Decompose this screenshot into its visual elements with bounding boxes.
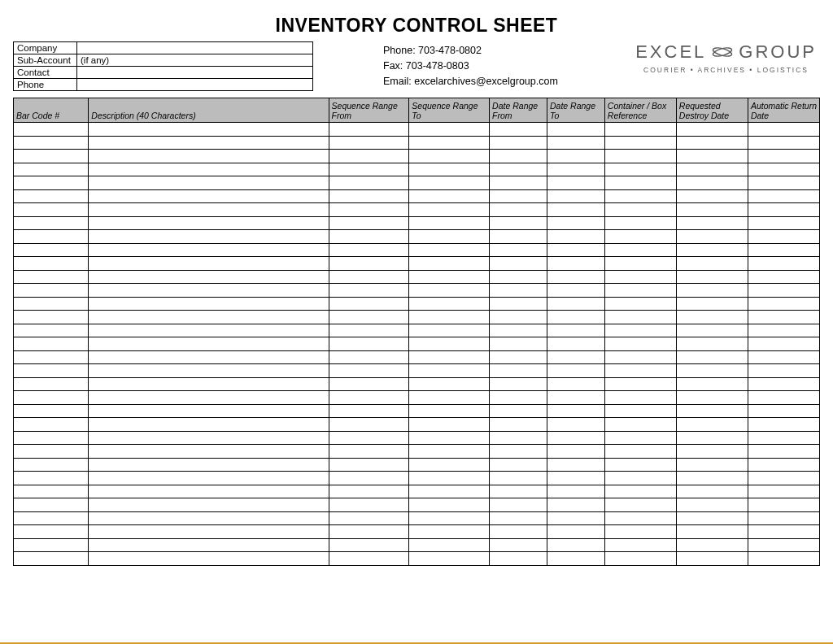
table-cell[interactable]: [329, 123, 409, 137]
table-row[interactable]: [14, 311, 820, 324]
table-cell[interactable]: [409, 391, 490, 405]
table-cell[interactable]: [604, 431, 676, 445]
table-cell[interactable]: [604, 538, 676, 552]
table-cell[interactable]: [547, 485, 604, 498]
table-cell[interactable]: [604, 163, 676, 176]
table-cell[interactable]: [490, 485, 547, 498]
table-cell[interactable]: [329, 284, 409, 298]
table-cell[interactable]: [14, 538, 89, 552]
table-cell[interactable]: [547, 270, 604, 284]
table-cell[interactable]: [748, 391, 819, 405]
table-cell[interactable]: [676, 297, 748, 311]
table-cell[interactable]: [89, 150, 329, 163]
table-cell[interactable]: [676, 458, 748, 472]
table-cell[interactable]: [409, 243, 490, 257]
table-cell[interactable]: [748, 498, 819, 512]
table-cell[interactable]: [14, 498, 89, 512]
table-cell[interactable]: [676, 163, 748, 176]
table-cell[interactable]: [748, 150, 819, 163]
table-cell[interactable]: [676, 364, 748, 378]
table-row[interactable]: [14, 472, 820, 485]
table-cell[interactable]: [547, 284, 604, 298]
table-cell[interactable]: [89, 364, 329, 378]
table-cell[interactable]: [604, 284, 676, 298]
table-cell[interactable]: [748, 377, 819, 391]
table-cell[interactable]: [490, 525, 547, 539]
table-cell[interactable]: [604, 445, 676, 459]
table-cell[interactable]: [490, 404, 547, 418]
table-cell[interactable]: [604, 511, 676, 525]
table-cell[interactable]: [604, 324, 676, 337]
table-cell[interactable]: [604, 377, 676, 391]
table-cell[interactable]: [89, 230, 329, 244]
table-cell[interactable]: [604, 485, 676, 498]
table-cell[interactable]: [409, 404, 490, 418]
table-cell[interactable]: [547, 445, 604, 459]
table-cell[interactable]: [547, 458, 604, 472]
table-cell[interactable]: [676, 498, 748, 512]
table-cell[interactable]: [490, 364, 547, 378]
table-row[interactable]: [14, 485, 820, 498]
table-cell[interactable]: [490, 284, 547, 298]
table-cell[interactable]: [748, 203, 819, 217]
table-cell[interactable]: [547, 216, 604, 230]
table-cell[interactable]: [14, 311, 89, 324]
table-cell[interactable]: [676, 377, 748, 391]
subaccount-field[interactable]: (if any): [77, 54, 313, 67]
table-cell[interactable]: [748, 189, 819, 203]
table-cell[interactable]: [329, 377, 409, 391]
table-row[interactable]: [14, 270, 820, 284]
table-cell[interactable]: [604, 391, 676, 405]
table-cell[interactable]: [490, 189, 547, 203]
table-cell[interactable]: [329, 297, 409, 311]
table-row[interactable]: [14, 216, 820, 230]
table-cell[interactable]: [547, 163, 604, 176]
table-cell[interactable]: [329, 418, 409, 432]
table-cell[interactable]: [604, 270, 676, 284]
table-cell[interactable]: [748, 311, 819, 324]
table-cell[interactable]: [329, 364, 409, 378]
table-cell[interactable]: [547, 498, 604, 512]
table-cell[interactable]: [604, 257, 676, 271]
table-cell[interactable]: [89, 538, 329, 552]
table-row[interactable]: [14, 230, 820, 244]
table-cell[interactable]: [89, 243, 329, 257]
table-cell[interactable]: [89, 511, 329, 525]
table-row[interactable]: [14, 364, 820, 378]
table-cell[interactable]: [748, 458, 819, 472]
table-cell[interactable]: [676, 150, 748, 163]
table-cell[interactable]: [604, 297, 676, 311]
table-cell[interactable]: [547, 257, 604, 271]
table-cell[interactable]: [14, 324, 89, 337]
table-cell[interactable]: [676, 324, 748, 337]
table-cell[interactable]: [604, 123, 676, 137]
table-cell[interactable]: [748, 364, 819, 378]
table-cell[interactable]: [490, 458, 547, 472]
table-cell[interactable]: [547, 189, 604, 203]
table-cell[interactable]: [604, 136, 676, 150]
table-cell[interactable]: [409, 284, 490, 298]
table-cell[interactable]: [14, 337, 89, 351]
table-cell[interactable]: [89, 418, 329, 432]
table-cell[interactable]: [604, 176, 676, 190]
table-cell[interactable]: [676, 485, 748, 498]
table-cell[interactable]: [14, 216, 89, 230]
table-row[interactable]: [14, 243, 820, 257]
table-cell[interactable]: [547, 297, 604, 311]
table-row[interactable]: [14, 136, 820, 150]
table-cell[interactable]: [409, 472, 490, 485]
table-row[interactable]: [14, 498, 820, 512]
table-cell[interactable]: [490, 203, 547, 217]
table-cell[interactable]: [14, 257, 89, 271]
table-cell[interactable]: [676, 552, 748, 566]
table-cell[interactable]: [329, 216, 409, 230]
table-cell[interactable]: [604, 472, 676, 485]
table-row[interactable]: [14, 324, 820, 337]
table-cell[interactable]: [89, 123, 329, 137]
table-cell[interactable]: [490, 418, 547, 432]
table-cell[interactable]: [14, 404, 89, 418]
table-cell[interactable]: [604, 243, 676, 257]
table-cell[interactable]: [89, 472, 329, 485]
table-cell[interactable]: [329, 163, 409, 176]
table-cell[interactable]: [748, 485, 819, 498]
